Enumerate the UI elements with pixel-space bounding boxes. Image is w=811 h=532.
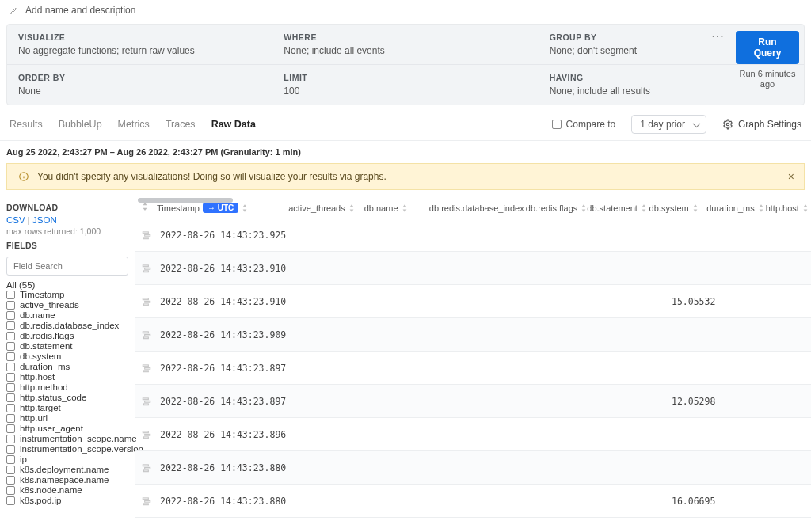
field-item[interactable]: instrumentation_scope.version	[6, 444, 128, 454]
table-row[interactable]: 2022-08-26 14:43:23.910	[135, 252, 811, 285]
checkbox-icon[interactable]	[552, 120, 562, 129]
col-db-index[interactable]: db.redis.database_index	[429, 203, 524, 213]
sort-icon[interactable]	[141, 203, 149, 211]
col-db-flags[interactable]: db.redis.flags	[526, 203, 577, 213]
field-item[interactable]: db.redis.flags	[6, 331, 128, 340]
tab-bubbleup[interactable]: BubbleUp	[59, 119, 102, 130]
checkbox-icon[interactable]	[6, 455, 15, 464]
field-item[interactable]: k8s.pod.ip	[6, 496, 128, 505]
field-item[interactable]: db.name	[6, 310, 128, 320]
field-item[interactable]: http.status_code	[6, 393, 128, 402]
query-visualize[interactable]: VISUALIZE No aggregate functions; return…	[7, 25, 272, 64]
tab-results[interactable]: Results	[10, 119, 43, 130]
sort-icon[interactable]	[641, 204, 647, 212]
checkbox-icon[interactable]	[6, 321, 15, 330]
checkbox-icon[interactable]	[6, 342, 15, 351]
col-active-threads[interactable]: active_threads	[288, 203, 345, 213]
field-item[interactable]: k8s.deployment.name	[6, 465, 128, 474]
table-row[interactable]: 2022-08-26 14:43:23.88016.06695	[135, 484, 811, 518]
more-icon[interactable]: ···	[712, 31, 725, 42]
table-row[interactable]: 2022-08-26 14:43:23.897	[135, 352, 811, 385]
table-row[interactable]: 2022-08-26 14:43:23.91015.05532	[135, 285, 811, 318]
trace-icon[interactable]	[141, 329, 152, 340]
field-item[interactable]: db.system	[6, 352, 128, 361]
col-http-host[interactable]: http.host	[766, 203, 799, 213]
checkbox-icon[interactable]	[6, 445, 15, 454]
checkbox-icon[interactable]	[6, 466, 15, 474]
col-db-statement[interactable]: db.statement	[587, 203, 638, 213]
field-item[interactable]: Timestamp	[6, 290, 128, 299]
field-item[interactable]: ip	[6, 454, 128, 464]
trace-icon[interactable]	[141, 230, 152, 241]
col-timestamp[interactable]: Timestamp	[157, 203, 200, 213]
field-item[interactable]: active_threads	[6, 300, 128, 310]
download-json-link[interactable]: JSON	[32, 215, 57, 225]
compare-to[interactable]: Compare to	[552, 119, 616, 130]
utc-badge[interactable]: → UTC	[203, 203, 238, 213]
field-item[interactable]: http.url	[6, 413, 128, 423]
sort-icon[interactable]	[242, 204, 248, 212]
checkbox-icon[interactable]	[6, 414, 15, 423]
checkbox-icon[interactable]	[6, 332, 15, 340]
run-query-button[interactable]: Run Query	[736, 31, 799, 64]
field-item[interactable]: db.statement	[6, 341, 128, 351]
table-row[interactable]: 2022-08-26 14:43:23.89712.05298	[135, 385, 811, 418]
field-item[interactable]: db.redis.database_index	[6, 321, 128, 330]
close-icon[interactable]: ×	[788, 170, 794, 183]
checkbox-icon[interactable]	[6, 352, 15, 361]
field-item[interactable]: http.method	[6, 382, 128, 392]
col-duration[interactable]: duration_ms	[706, 203, 755, 213]
trace-icon[interactable]	[141, 429, 152, 440]
checkbox-icon[interactable]	[6, 373, 15, 382]
sort-icon[interactable]	[581, 204, 587, 212]
query-where[interactable]: WHERE None; include all events	[272, 25, 538, 64]
compare-select[interactable]: 1 day prior	[631, 115, 706, 134]
trace-icon[interactable]	[141, 462, 152, 473]
sort-icon[interactable]	[692, 204, 699, 212]
table-row[interactable]: 2022-08-26 14:43:23.896	[135, 418, 811, 451]
table-row[interactable]: 2022-08-26 14:43:23.909	[135, 318, 811, 352]
graph-settings-button[interactable]: Graph Settings	[722, 119, 801, 130]
field-item[interactable]: http.user_agent	[6, 424, 128, 433]
checkbox-icon[interactable]	[6, 301, 15, 310]
checkbox-icon[interactable]	[6, 383, 15, 392]
tab-traces[interactable]: Traces	[166, 119, 196, 130]
query-orderby[interactable]: ORDER BY None	[7, 65, 272, 104]
sort-icon[interactable]	[402, 204, 408, 212]
checkbox-icon[interactable]	[6, 291, 15, 299]
sort-icon[interactable]	[758, 204, 764, 212]
field-item[interactable]: http.target	[6, 403, 128, 412]
sort-icon[interactable]	[348, 204, 355, 212]
tab-metrics[interactable]: Metrics	[118, 119, 150, 130]
table-row[interactable]: 2022-08-26 14:43:23.880	[135, 451, 811, 484]
checkbox-icon[interactable]	[6, 393, 15, 402]
checkbox-icon[interactable]	[6, 476, 15, 484]
checkbox-icon[interactable]	[6, 486, 15, 495]
download-csv-link[interactable]: CSV	[6, 215, 25, 225]
checkbox-icon[interactable]	[6, 404, 15, 412]
col-db-name[interactable]: db.name	[364, 203, 398, 213]
query-limit[interactable]: LIMIT 100	[272, 65, 538, 104]
trace-icon[interactable]	[141, 263, 152, 274]
trace-icon[interactable]	[141, 496, 152, 507]
checkbox-icon[interactable]	[6, 496, 15, 505]
field-item[interactable]: duration_ms	[6, 362, 128, 371]
col-db-system[interactable]: db.system	[649, 203, 689, 213]
tab-raw-data[interactable]: Raw Data	[211, 119, 256, 130]
checkbox-icon[interactable]	[6, 363, 15, 371]
trace-icon[interactable]	[141, 296, 152, 307]
svg-rect-18	[144, 370, 149, 371]
checkbox-icon[interactable]	[6, 311, 15, 320]
field-item[interactable]: k8s.node.name	[6, 485, 128, 495]
field-item[interactable]: http.host	[6, 372, 128, 382]
field-item[interactable]: k8s.namespace.name	[6, 475, 128, 484]
checkbox-icon[interactable]	[6, 435, 15, 443]
field-item[interactable]: instrumentation_scope.name	[6, 434, 128, 443]
table-row[interactable]: 2022-08-26 14:43:23.925	[135, 218, 811, 252]
checkbox-icon[interactable]	[6, 424, 15, 433]
field-search-input[interactable]	[6, 256, 128, 276]
sort-icon[interactable]	[802, 204, 809, 212]
add-name-link[interactable]: Add name and description	[25, 5, 135, 16]
trace-icon[interactable]	[141, 363, 152, 374]
trace-icon[interactable]	[141, 396, 152, 407]
